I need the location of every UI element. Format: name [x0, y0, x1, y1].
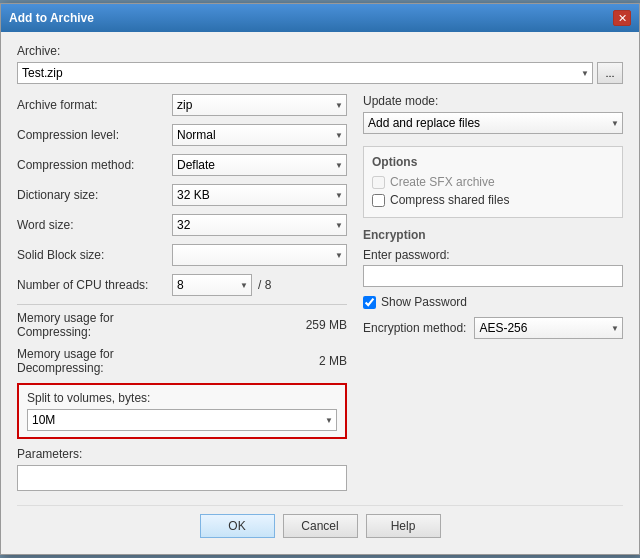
parameters-input[interactable]: [17, 465, 347, 491]
word-size-label: Word size:: [17, 218, 172, 232]
cpu-threads-row: Number of CPU threads: 8 / 8: [17, 274, 347, 296]
encryption-title: Encryption: [363, 228, 623, 242]
cpu-threads-select-wrapper: 8: [172, 274, 252, 296]
solid-block-size-select-wrapper: [172, 244, 347, 266]
word-size-select[interactable]: 32: [172, 214, 347, 236]
close-button[interactable]: ✕: [613, 10, 631, 26]
create-sfx-checkbox[interactable]: [372, 176, 385, 189]
solid-block-size-select[interactable]: [172, 244, 347, 266]
encryption-group: Encryption Enter password: Show Password…: [363, 228, 623, 339]
memory-compress-value: 259 MB: [172, 318, 347, 332]
cancel-button[interactable]: Cancel: [283, 514, 358, 538]
password-label: Enter password:: [363, 248, 623, 262]
enc-method-row: Encryption method: AES-256: [363, 317, 623, 339]
solid-block-size-label: Solid Block size:: [17, 248, 172, 262]
cpu-threads-max: / 8: [258, 278, 271, 292]
update-mode-select[interactable]: Add and replace files: [363, 112, 623, 134]
compression-level-label: Compression level:: [17, 128, 172, 142]
word-size-row: Word size: 32: [17, 214, 347, 236]
archive-format-label: Archive format:: [17, 98, 172, 112]
right-column: Update mode: Add and replace files Optio…: [363, 94, 623, 501]
memory-decompress-value: 2 MB: [172, 354, 347, 368]
update-mode-wrapper: Add and replace files: [363, 112, 623, 134]
archive-format-select[interactable]: zip: [172, 94, 347, 116]
show-password-label: Show Password: [381, 295, 467, 309]
split-select[interactable]: 10M: [27, 409, 337, 431]
split-select-wrapper: 10M: [27, 409, 337, 431]
divider1: [17, 304, 347, 305]
compress-shared-row: Compress shared files: [372, 193, 614, 207]
split-label: Split to volumes, bytes:: [27, 391, 337, 405]
cpu-threads-select[interactable]: 8: [172, 274, 252, 296]
archive-label: Archive:: [17, 44, 623, 58]
compression-method-select[interactable]: Deflate: [172, 154, 347, 176]
dictionary-size-select[interactable]: 32 KB: [172, 184, 347, 206]
parameters-label: Parameters:: [17, 447, 347, 461]
archive-input-wrapper: Test.zip: [17, 62, 593, 84]
archive-format-select-wrapper: zip: [172, 94, 347, 116]
dictionary-size-row: Dictionary size: 32 KB: [17, 184, 347, 206]
compress-shared-label: Compress shared files: [390, 193, 509, 207]
dialog-content: Archive: Test.zip ... Archive format: zi…: [1, 32, 639, 554]
archive-select[interactable]: Test.zip: [17, 62, 593, 84]
memory-compress-label: Memory usage for Compressing:: [17, 311, 172, 339]
word-size-select-wrapper: 32: [172, 214, 347, 236]
compression-level-row: Compression level: Normal: [17, 124, 347, 146]
create-sfx-label: Create SFX archive: [390, 175, 495, 189]
archive-row: Test.zip ...: [17, 62, 623, 84]
create-sfx-row: Create SFX archive: [372, 175, 614, 189]
memory-decompress-label: Memory usage for Decompressing:: [17, 347, 172, 375]
memory-compress-row: Memory usage for Compressing: 259 MB: [17, 311, 347, 339]
show-password-row: Show Password: [363, 295, 623, 309]
dictionary-size-select-wrapper: 32 KB: [172, 184, 347, 206]
compression-level-select-wrapper: Normal: [172, 124, 347, 146]
title-bar: Add to Archive ✕: [1, 4, 639, 32]
password-input[interactable]: [363, 265, 623, 287]
button-row: OK Cancel Help: [17, 505, 623, 542]
add-to-archive-dialog: Add to Archive ✕ Archive: Test.zip ... A…: [0, 3, 640, 555]
solid-block-size-row: Solid Block size:: [17, 244, 347, 266]
dialog-title: Add to Archive: [9, 11, 94, 25]
options-group: Options Create SFX archive Compress shar…: [363, 146, 623, 218]
enc-method-wrapper: AES-256: [474, 317, 623, 339]
show-password-checkbox[interactable]: [363, 296, 376, 309]
compression-method-row: Compression method: Deflate: [17, 154, 347, 176]
update-mode-label: Update mode:: [363, 94, 623, 108]
main-columns: Archive format: zip Compression level: N…: [17, 94, 623, 501]
left-column: Archive format: zip Compression level: N…: [17, 94, 347, 501]
compress-shared-checkbox[interactable]: [372, 194, 385, 207]
compression-method-select-wrapper: Deflate: [172, 154, 347, 176]
options-title: Options: [372, 155, 614, 169]
compression-method-label: Compression method:: [17, 158, 172, 172]
enc-method-select[interactable]: AES-256: [474, 317, 623, 339]
cpu-threads-label: Number of CPU threads:: [17, 278, 172, 292]
compression-level-select[interactable]: Normal: [172, 124, 347, 146]
memory-decompress-row: Memory usage for Decompressing: 2 MB: [17, 347, 347, 375]
archive-format-row: Archive format: zip: [17, 94, 347, 116]
split-section: Split to volumes, bytes: 10M: [17, 383, 347, 439]
browse-button[interactable]: ...: [597, 62, 623, 84]
ok-button[interactable]: OK: [200, 514, 275, 538]
enc-method-label: Encryption method:: [363, 321, 466, 335]
help-button[interactable]: Help: [366, 514, 441, 538]
dictionary-size-label: Dictionary size:: [17, 188, 172, 202]
parameters-section: Parameters:: [17, 447, 347, 491]
